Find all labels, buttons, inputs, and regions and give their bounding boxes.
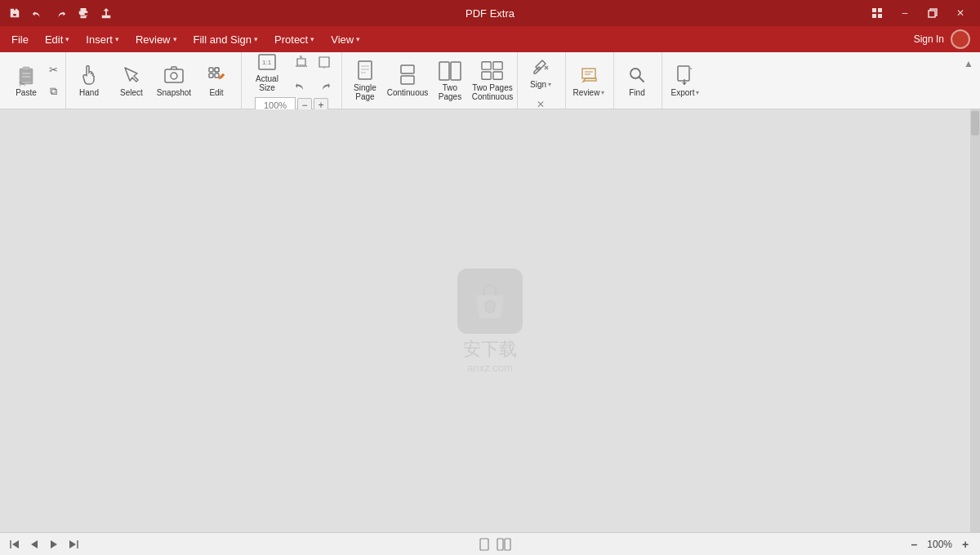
paste-label: Paste bbox=[16, 88, 37, 97]
status-zoom-in-button[interactable]: + bbox=[957, 536, 973, 553]
redo-titlebar-icon[interactable] bbox=[52, 5, 69, 21]
collapse-ribbon-button[interactable]: ▲ bbox=[960, 56, 977, 72]
svg-rect-4 bbox=[929, 11, 935, 17]
svg-rect-30 bbox=[493, 71, 502, 78]
svg-rect-16 bbox=[215, 73, 219, 78]
two-pages-icon bbox=[439, 60, 461, 82]
export-label: Export bbox=[671, 88, 695, 97]
svg-rect-25 bbox=[439, 62, 449, 80]
nav-last-button[interactable] bbox=[65, 536, 82, 553]
paste-icon: ✂ bbox=[15, 64, 38, 87]
svg-rect-27 bbox=[482, 61, 491, 69]
hand-icon bbox=[78, 64, 100, 87]
undo-button[interactable] bbox=[291, 74, 312, 95]
toolbar: ✂ Paste ✂ ⧉ Hand bbox=[0, 52, 980, 109]
export-button[interactable]: Export ▾ bbox=[664, 57, 706, 104]
find-icon bbox=[626, 64, 648, 87]
svg-point-12 bbox=[171, 73, 177, 79]
page-layout-single-button[interactable] bbox=[476, 536, 492, 553]
svg-rect-29 bbox=[482, 71, 491, 78]
svg-rect-28 bbox=[493, 61, 502, 69]
continuous-button[interactable]: Continuous bbox=[386, 57, 429, 104]
svg-rect-41 bbox=[480, 539, 488, 550]
menu-insert[interactable]: Insert ▾ bbox=[78, 30, 127, 49]
view-modes-group: SinglePage Continuous TwoPages bbox=[341, 52, 515, 109]
svg-rect-1 bbox=[878, 8, 882, 12]
status-nav-left bbox=[7, 536, 82, 553]
print-icon[interactable] bbox=[75, 5, 91, 21]
copy-button[interactable]: ⧉ bbox=[44, 82, 62, 101]
find-button[interactable]: Find bbox=[616, 57, 658, 104]
svg-rect-11 bbox=[165, 69, 183, 82]
select-label: Select bbox=[120, 88, 143, 97]
sign-in-button[interactable]: Sign In bbox=[907, 29, 977, 49]
menu-bar: File Edit ▾ Insert ▾ Review ▾ Fill and S… bbox=[0, 26, 980, 52]
two-pages-label: TwoPages bbox=[439, 83, 461, 101]
actual-size-icon: 1:1 bbox=[256, 51, 278, 73]
share-icon[interactable] bbox=[98, 5, 114, 21]
svg-rect-0 bbox=[872, 8, 876, 12]
two-pages-continuous-label: Two PagesContinuous bbox=[472, 83, 514, 101]
edit-button[interactable]: Edit bbox=[195, 57, 238, 104]
svg-rect-23 bbox=[401, 65, 414, 73]
right-scrollbar[interactable] bbox=[970, 109, 980, 532]
edit-icon bbox=[205, 64, 228, 87]
paste-button[interactable]: ✂ Paste bbox=[5, 57, 47, 104]
undo-titlebar-icon[interactable] bbox=[29, 5, 46, 21]
snapshot-button[interactable]: Snapshot bbox=[153, 57, 195, 104]
clipboard-group: ✂ Paste ✂ ⧉ bbox=[3, 52, 64, 109]
close-button[interactable]: ✕ bbox=[947, 0, 973, 26]
nav-first-button[interactable] bbox=[7, 536, 23, 553]
svg-rect-37 bbox=[678, 66, 689, 81]
menu-protect[interactable]: Protect ▾ bbox=[266, 30, 323, 49]
nav-prev-button[interactable] bbox=[26, 536, 42, 553]
redo-button[interactable] bbox=[314, 74, 335, 95]
status-zoom-controls: – 100% + bbox=[906, 536, 973, 553]
right-scrollbar-thumb[interactable] bbox=[971, 111, 979, 135]
main-content-area: 安下载 anxz.com bbox=[0, 109, 980, 532]
snapshot-label: Snapshot bbox=[157, 88, 191, 97]
tiles-icon[interactable] bbox=[864, 0, 890, 26]
zoom-group: 1:1 ActualSize bbox=[241, 52, 340, 109]
find-group: Find bbox=[613, 52, 660, 109]
hand-button[interactable]: Hand bbox=[68, 57, 110, 104]
page-layout-double-button[interactable] bbox=[496, 536, 512, 553]
svg-rect-10 bbox=[23, 82, 30, 83]
review-button[interactable]: Review ▾ bbox=[568, 57, 610, 104]
user-avatar bbox=[951, 29, 970, 49]
svg-rect-3 bbox=[878, 14, 882, 18]
nav-next-button[interactable] bbox=[46, 536, 62, 553]
cut-button[interactable]: ✂ bbox=[44, 60, 62, 80]
app-title: PDF Extra bbox=[466, 7, 514, 20]
status-zoom-out-button[interactable]: – bbox=[906, 536, 922, 553]
page-nav-down-button[interactable] bbox=[314, 51, 335, 73]
sign-label: Sign bbox=[530, 80, 546, 89]
watermark-icon bbox=[457, 269, 523, 334]
menu-file[interactable]: File bbox=[3, 30, 37, 49]
menu-view[interactable]: View ▾ bbox=[323, 30, 368, 49]
restore-button[interactable] bbox=[920, 0, 946, 26]
svg-rect-15 bbox=[209, 73, 213, 78]
two-pages-continuous-button[interactable]: Two PagesContinuous bbox=[471, 57, 514, 104]
minimize-button[interactable]: – bbox=[892, 0, 918, 26]
menu-fill-and-sign[interactable]: Fill and Sign ▾ bbox=[185, 30, 267, 49]
svg-rect-13 bbox=[209, 68, 213, 72]
menu-review[interactable]: Review ▾ bbox=[127, 30, 185, 49]
continuous-icon bbox=[396, 64, 419, 87]
status-page-layout bbox=[476, 536, 512, 553]
sign-group: Sign ▾ ✕ bbox=[517, 52, 564, 109]
sign-button[interactable]: Sign ▾ bbox=[519, 49, 562, 96]
select-button[interactable]: Select bbox=[110, 57, 153, 104]
actual-size-button[interactable]: 1:1 ActualSize bbox=[247, 48, 287, 95]
two-pages-button[interactable]: TwoPages bbox=[429, 57, 471, 104]
single-page-button[interactable]: SinglePage bbox=[344, 57, 386, 104]
find-label: Find bbox=[629, 88, 644, 97]
menu-edit[interactable]: Edit ▾ bbox=[37, 30, 78, 49]
select-icon bbox=[120, 64, 143, 87]
svg-rect-19 bbox=[359, 61, 372, 79]
page-nav-up-button[interactable] bbox=[291, 51, 312, 73]
save-icon[interactable] bbox=[7, 5, 23, 21]
status-bar: – 100% + bbox=[0, 532, 980, 555]
review-group: Review ▾ bbox=[565, 52, 612, 109]
single-page-icon bbox=[354, 60, 376, 82]
